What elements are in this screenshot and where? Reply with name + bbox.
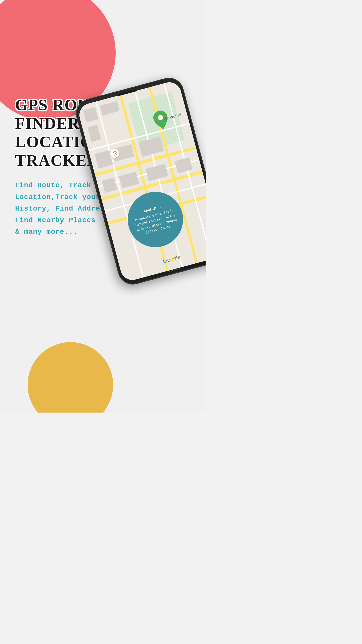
speaker-dot [169,270,170,272]
phone-mockup: Gandhi Park ॐ ADDRESS : Brahamakumaris R… [96,86,206,282]
desc-line5: & many more... [15,228,78,236]
speaker-dot [176,268,178,270]
speaker-dot [179,268,180,269]
phone-screen: Gandhi Park ॐ ADDRESS : Brahamakumaris R… [77,80,206,283]
speaker-dot [174,269,175,271]
speaker-dot [171,270,173,271]
decorative-circle-bottom [28,342,113,413]
map-background: Gandhi Park ॐ ADDRESS : Brahamakumaris R… [77,80,206,283]
desc-line4: Find Nearby Places [15,216,96,224]
map-svg [77,80,206,283]
address-text: Brahamakumaris Road, Behind Kotwali, Cit… [132,207,180,238]
page-container: Gandhi Park ॐ ADDRESS : Brahamakumaris R… [0,0,206,413]
